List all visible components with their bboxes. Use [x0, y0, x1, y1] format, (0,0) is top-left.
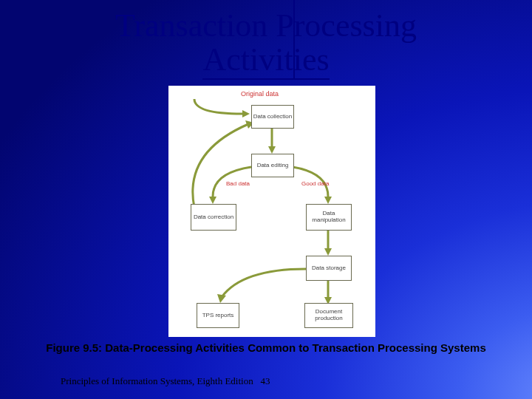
- svg-marker-0: [242, 110, 250, 117]
- svg-marker-1: [268, 146, 276, 154]
- title-line-1: Transaction Processing: [115, 7, 417, 44]
- box-data-manipulation: Data manipulation: [306, 204, 352, 231]
- figure-caption: Figure 9.5: Data-Processing Activities C…: [0, 341, 532, 354]
- edge-bad-data: Bad data: [226, 180, 250, 187]
- svg-marker-4: [324, 197, 332, 204]
- box-document-production: Document production: [304, 303, 353, 328]
- footer-text: Principles of Information Systems, Eight…: [61, 375, 253, 386]
- footer: Principles of Information Systems, Eight…: [61, 375, 270, 387]
- svg-marker-7: [217, 294, 226, 303]
- box-data-collection: Data collection: [251, 105, 294, 129]
- title-line-2: Activities: [202, 43, 329, 80]
- box-data-editing: Data editing: [251, 154, 294, 177]
- page-number: 43: [260, 375, 270, 386]
- slide-title: Transaction Processing Activities: [0, 9, 532, 80]
- box-tps-reports: TPS reports: [197, 303, 239, 328]
- svg-marker-5: [324, 248, 332, 256]
- box-data-correction: Data correction: [191, 204, 236, 231]
- box-data-storage: Data storage: [306, 256, 352, 281]
- svg-marker-2: [209, 197, 216, 204]
- label-original-data: Original data: [241, 90, 279, 98]
- flowchart: Original data Data collection Data editi…: [168, 86, 375, 337]
- edge-good-data: Good data: [301, 180, 329, 187]
